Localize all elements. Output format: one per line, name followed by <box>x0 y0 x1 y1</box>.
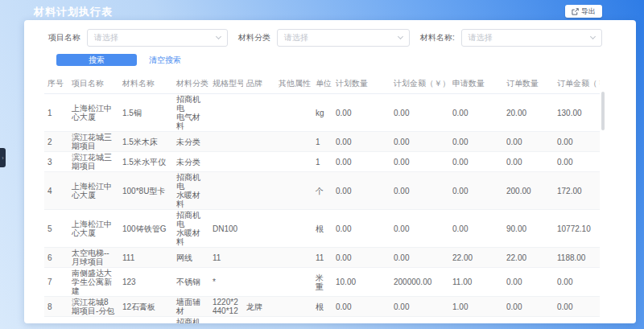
table-cell: 0.00 <box>449 317 503 324</box>
table-cell: 0.00 <box>449 210 503 248</box>
table-row[interactable]: 7南侧盛达大学生公寓新建123不锈钢*米重10.00200000.0011.00… <box>44 268 600 297</box>
table-cell: 150*10U型卡 <box>119 317 173 324</box>
table-row[interactable]: 8滨江花城8期项目-分包12石膏板墙面辅材1220*2440*12龙牌根0.00… <box>44 297 600 317</box>
table-cell: 6 <box>44 248 68 268</box>
filter-label: 项目名称 <box>48 32 80 43</box>
column-header: 项目名称 <box>68 74 119 94</box>
table-cell: 0.00 <box>390 210 449 248</box>
column-header: 订单金额（￥） <box>554 74 600 94</box>
project-name-select[interactable]: 请选择 <box>87 29 228 47</box>
column-header: 订单数量 <box>503 74 554 94</box>
table-cell: 172.00 <box>554 172 600 210</box>
table-cell: 9 <box>44 317 68 324</box>
table-cell: 5 <box>44 210 68 248</box>
table-cell <box>209 172 243 210</box>
table-cell: 0.00 <box>449 152 503 172</box>
table-cell: 12石膏板 <box>119 297 173 317</box>
table-cell: 22.00 <box>503 248 554 268</box>
table-cell: 0.00 <box>390 152 449 172</box>
table-cell <box>243 94 275 132</box>
table-cell: 招商机电 水暖材料 <box>173 172 209 210</box>
table-row[interactable]: 1上海松江中心大厦1.5铜招商机电 电气材料kg0.000.000.0020.0… <box>44 94 600 132</box>
table-cell <box>209 94 243 132</box>
table-cell: 90.00 <box>503 210 554 248</box>
table-cell: 0.00 <box>390 248 449 268</box>
table-cell: 1220*2440*12 <box>209 297 243 317</box>
table-cell: 0.00 <box>390 132 449 152</box>
table-cell: 招商机电 水暖材料 <box>173 317 209 324</box>
table-cell: 0.00 <box>390 297 449 317</box>
table-cell: 个 <box>312 317 332 324</box>
table-cell: 0.00 <box>332 152 390 172</box>
table-row[interactable]: 3滨江花城三期项目1.5米水平仪未分类10.000.000.000.000.00 <box>44 152 600 172</box>
page-title: 材料计划执行表 <box>34 5 113 19</box>
table-cell: 0.00 <box>390 317 449 324</box>
table-cell: 0.00 <box>390 94 449 132</box>
app-background: 材料计划执行表 导出 › 项目名称 请选择 材料分类 <box>0 0 644 329</box>
table-cell: 滨江花城8期项目-分包 <box>68 297 119 317</box>
table-row[interactable]: 6太空电梯--月球项目111网线11110.000.0022.0022.0011… <box>44 248 600 268</box>
table-cell: 太空电梯--月球项目 <box>68 248 119 268</box>
table-cell: 1188.00 <box>554 248 600 268</box>
table-cell: 招商机电 水暖材料 <box>173 210 209 248</box>
search-button[interactable]: 搜索 <box>56 54 137 66</box>
table-cell: 0.00 <box>449 132 503 152</box>
table-cell: 招商机电 电气材料 <box>173 94 209 132</box>
table-cell <box>209 317 243 324</box>
table-row[interactable]: 4上海松江中心大厦100*8U型卡招商机电 水暖材料个0.000.000.002… <box>44 172 600 210</box>
material-category-select[interactable]: 请选择 <box>277 29 410 47</box>
filter-bar: 项目名称 请选择 材料分类 请选择 材料名称: 请选择 <box>24 20 636 74</box>
table-cell: 156.60 <box>554 317 600 324</box>
export-icon <box>572 8 579 15</box>
table-cell <box>275 248 312 268</box>
table-cell: 10.00 <box>332 268 390 297</box>
table-cell: 0.00 <box>332 172 390 210</box>
table-cell: 11 <box>209 248 243 268</box>
column-header: 申请数量 <box>449 74 503 94</box>
table-cell: 网线 <box>173 248 209 268</box>
table-cell: 1 <box>312 152 332 172</box>
table-cell: 4 <box>44 172 68 210</box>
table-cell: 20.00 <box>503 94 554 132</box>
table-row[interactable]: 2滨江花城三期项目1.5米木床未分类10.000.000.000.000.00 <box>44 132 600 152</box>
export-button[interactable]: 导出 <box>565 5 602 18</box>
table-row[interactable]: 9上海松江中心大厦150*10U型卡招商机电 水暖材料个0.000.000.00… <box>44 317 600 324</box>
table-cell <box>275 210 312 248</box>
table-cell: 0.00 <box>503 297 554 317</box>
table-cell: 0.00 <box>332 210 390 248</box>
table-cell: 11.00 <box>449 268 503 297</box>
filter-material-name: 材料名称: 请选择 <box>420 29 602 47</box>
table-cell: 80.00 <box>503 317 554 324</box>
table-cell: 南侧盛达大学生公寓新建 <box>68 268 119 297</box>
table-cell: 0.00 <box>332 248 390 268</box>
table-cell <box>209 132 243 152</box>
vertical-scrollbar[interactable] <box>601 92 605 130</box>
table-cell: 个 <box>312 172 332 210</box>
column-header: 材料分类 <box>173 74 209 94</box>
material-plan-table: 序号项目名称材料名称材料分类规格型号品牌其他属性单位计划数量计划金额（￥）申请数… <box>44 74 600 323</box>
table-row[interactable]: 5上海松江中心大厦100铸铁管G招商机电 水暖材料DN100根0.000.000… <box>44 210 600 248</box>
column-header: 计划金额（￥） <box>390 74 449 94</box>
table-cell: 0.00 <box>332 317 390 324</box>
column-header: 计划数量 <box>332 74 390 94</box>
table-cell: 0.00 <box>503 152 554 172</box>
table-cell: 200.00 <box>503 172 554 210</box>
chevron-down-icon <box>398 34 403 39</box>
chevron-right-icon: › <box>2 155 3 161</box>
data-table-area: 序号项目名称材料名称材料分类规格型号品牌其他属性单位计划数量计划金额（￥）申请数… <box>24 74 636 323</box>
table-header-row: 序号项目名称材料名称材料分类规格型号品牌其他属性单位计划数量计划金额（￥）申请数… <box>44 74 600 94</box>
sidebar-expand-handle[interactable]: › <box>0 148 6 167</box>
table-cell: 11 <box>312 248 332 268</box>
table-cell: 0.00 <box>554 297 600 317</box>
column-header: 规格型号 <box>209 74 243 94</box>
table-cell <box>243 172 275 210</box>
table-cell: 0.00 <box>332 297 390 317</box>
table-cell <box>209 152 243 172</box>
clear-search-link[interactable]: 清空搜索 <box>149 55 181 66</box>
table-cell: 0.00 <box>554 132 600 152</box>
table-cell: 111 <box>119 248 173 268</box>
table-cell: 不锈钢 <box>173 268 209 297</box>
select-placeholder: 请选择 <box>94 32 118 43</box>
table-cell: 130.00 <box>554 94 600 132</box>
material-name-select[interactable]: 请选择 <box>461 29 602 47</box>
